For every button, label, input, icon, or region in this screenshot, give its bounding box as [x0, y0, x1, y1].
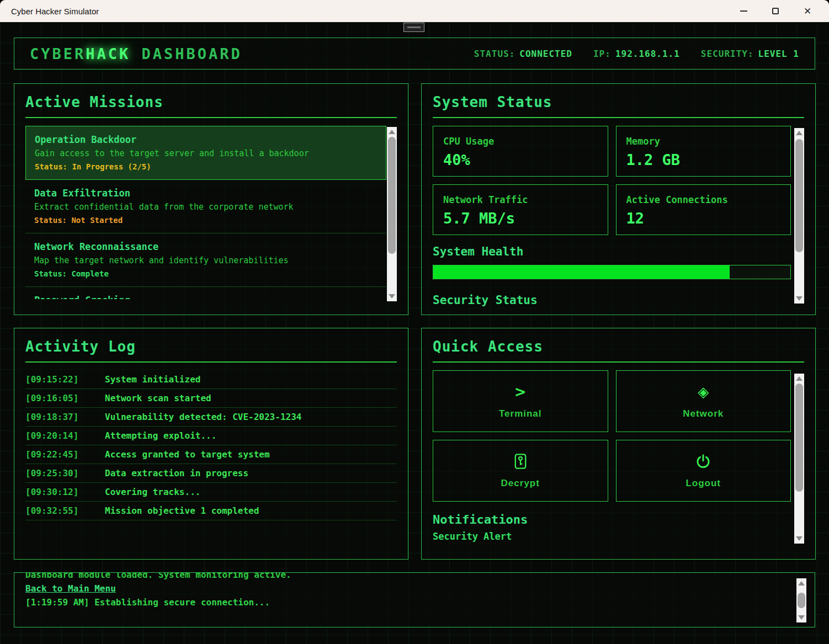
quick-panel-title: Quick Access [433, 338, 804, 363]
connection-status: STATUS:CONNECTED [474, 49, 572, 59]
stat-card: Network Traffic5.7 MB/s [433, 184, 608, 235]
security-level: SECURITY:LEVEL 1 [701, 49, 799, 59]
quick-button-label: Terminal [499, 408, 542, 419]
stat-value: 5.7 MB/s [443, 207, 598, 230]
mission-description: Map the target network and identify vuln… [34, 253, 378, 268]
ip-address: IP:192.168.1.1 [593, 49, 680, 59]
quick-scrollbar[interactable] [794, 374, 804, 544]
mission-description: Extract confidential data from the corpo… [34, 200, 378, 214]
log-row: [09:18:37]Vulnerability detected: CVE-20… [25, 408, 397, 427]
log-message: Mission objective 1 completed [105, 502, 259, 520]
console-line: Dashboard module loaded. System monitori… [25, 572, 815, 582]
scroll-up-icon[interactable] [798, 581, 805, 586]
stat-label: CPU Usage [443, 134, 598, 148]
stat-label: Active Connections [626, 193, 781, 207]
log-row: [09:22:45]Access granted to target syste… [25, 445, 397, 464]
brand-suffix: DASHBOARD [130, 45, 242, 62]
quick-access-grid: >Terminal◈NetworkDecryptLogout [433, 370, 791, 502]
scrollbar-thumb[interactable] [388, 137, 396, 254]
log-timestamp: [09:30:12] [25, 483, 96, 501]
quick-button-network[interactable]: ◈Network [616, 370, 791, 432]
log-message: Access granted to target system [105, 445, 270, 464]
notification-item: Security Alert [433, 531, 804, 542]
scrollbar-thumb[interactable] [798, 593, 805, 608]
log-message: Vulnerability detected: CVE-2023-1234 [105, 408, 301, 426]
scroll-up-icon[interactable] [796, 376, 803, 381]
quick-button-logout[interactable]: Logout [616, 440, 791, 502]
mission-item[interactable]: Data ExfiltrationExtract confidential da… [25, 180, 386, 233]
panel-quick-access: Quick Access >Terminal◈NetworkDecryptLog… [421, 328, 816, 560]
log-message: Attempting exploit... [105, 427, 216, 445]
close-icon: ✕ [804, 7, 811, 16]
log-panel-title: Activity Log [25, 338, 397, 363]
log-timestamp: [09:18:37] [25, 408, 96, 426]
window-titlebar[interactable]: Cyber Hacker Simulator ✕ [0, 0, 829, 22]
mission-status: Status: In Progress (2/5) [35, 161, 377, 173]
console-scrollbar[interactable] [796, 578, 806, 622]
scroll-down-icon[interactable] [798, 615, 805, 620]
back-to-main-menu-link[interactable]: Back to Main Menu [25, 582, 116, 595]
stat-card: Active Connections12 [616, 184, 791, 235]
dashboard-surface: CYBERHACK DASHBOARD STATUS:CONNECTED IP:… [0, 22, 829, 644]
missions-scrollbar[interactable] [387, 127, 397, 301]
scrollbar-thumb[interactable] [795, 384, 803, 492]
console-content: Dashboard module loaded. System monitori… [25, 572, 815, 609]
stats-grid: CPU Usage40%Memory1.2 GBNetwork Traffic5… [433, 126, 791, 235]
mission-item[interactable]: Password Cracking [25, 287, 386, 299]
log-timestamp: [09:15:22] [25, 370, 96, 388]
log-row: [09:32:55]Mission objective 1 completed [25, 502, 397, 520]
window-title: Cyber Hacker Simulator [11, 7, 99, 16]
brand-glow: HACK [86, 45, 130, 62]
scroll-down-icon[interactable] [389, 294, 395, 299]
system-health-fill [433, 265, 730, 279]
scroll-up-icon[interactable] [389, 130, 395, 134]
quick-button-decrypt[interactable]: Decrypt [433, 440, 608, 502]
stat-value: 12 [626, 207, 781, 230]
app-brand: CYBERHACK DASHBOARD [30, 45, 242, 62]
log-row: [09:20:14]Attempting exploit... [25, 427, 397, 445]
header-status-info: STATUS:CONNECTED IP:192.168.1.1 SECURITY… [474, 49, 799, 59]
mission-item[interactable]: Operation BackdoorGain access to the tar… [25, 126, 386, 180]
system-scrollbar[interactable] [794, 128, 804, 304]
stat-card: Memory1.2 GB [616, 126, 791, 177]
mission-item[interactable]: Network ReconnaissanceMap the target net… [25, 233, 386, 287]
window-controls: ✕ [727, 0, 823, 22]
mission-title: Password Cracking [34, 294, 378, 299]
terminal-prompt-icon: > [514, 383, 527, 401]
quick-button-label: Decrypt [501, 478, 540, 489]
stat-value: 1.2 GB [626, 148, 781, 172]
brand-prefix: CYBER [30, 45, 86, 62]
system-health-bar [433, 265, 791, 279]
stat-card: CPU Usage40% [433, 126, 608, 177]
log-row: [09:15:22]System initialized [25, 370, 397, 389]
panel-active-missions: Active Missions Operation BackdoorGain a… [14, 83, 408, 315]
log-message: Covering tracks... [105, 483, 200, 501]
decrypt-key-icon [513, 453, 528, 470]
stat-value: 40% [443, 148, 598, 172]
top-scrollbar-stub[interactable] [403, 23, 424, 32]
security-status-label: Security Status [433, 294, 804, 307]
mission-title: Operation Backdoor [35, 133, 377, 146]
dashboard-header: CYBERHACK DASHBOARD STATUS:CONNECTED IP:… [14, 38, 815, 70]
scroll-down-icon[interactable] [796, 296, 803, 301]
log-row: [09:16:05]Network scan started [25, 389, 397, 408]
console-panel: Dashboard module loaded. System monitori… [14, 572, 815, 627]
console-line: [1:19:59 AM] Establishing secure connect… [25, 595, 815, 609]
quick-button-terminal[interactable]: >Terminal [433, 370, 608, 432]
maximize-icon [772, 8, 779, 14]
close-button[interactable]: ✕ [791, 0, 823, 22]
scroll-up-icon[interactable] [796, 131, 803, 135]
network-diamond-icon: ◈ [698, 383, 709, 401]
log-row: [09:30:12]Covering tracks... [25, 483, 397, 502]
mission-list: Operation BackdoorGain access to the tar… [25, 126, 386, 299]
scroll-down-icon[interactable] [796, 536, 803, 541]
maximize-button[interactable] [759, 0, 791, 22]
scrollbar-thumb[interactable] [795, 139, 803, 252]
log-row: [09:25:30]Data extraction in progress [25, 464, 397, 483]
mission-description: Gain access to the target server and ins… [35, 146, 377, 161]
missions-panel-title: Active Missions [25, 94, 397, 118]
panel-system-status: System Status CPU Usage40%Memory1.2 GBNe… [421, 83, 816, 315]
minimize-button[interactable] [727, 0, 759, 22]
log-timestamp: [09:16:05] [25, 389, 96, 407]
stat-label: Network Traffic [443, 193, 598, 207]
